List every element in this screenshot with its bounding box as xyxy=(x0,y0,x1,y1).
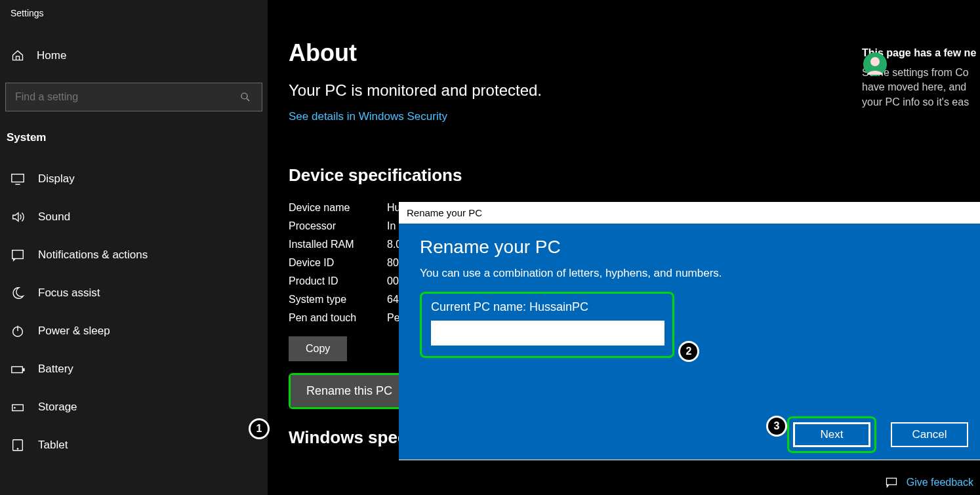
nav-tablet[interactable]: Tablet xyxy=(5,426,262,464)
app-title: Settings xyxy=(5,8,262,18)
spec-label: Processor xyxy=(289,220,387,232)
tablet-icon xyxy=(10,438,25,452)
avatar-image xyxy=(862,51,888,77)
nav-storage[interactable]: Storage xyxy=(5,388,262,426)
storage-icon xyxy=(10,400,25,414)
search-icon xyxy=(238,90,253,104)
home-icon xyxy=(10,49,25,63)
nav-battery[interactable]: Battery xyxy=(5,350,262,388)
annotation-step-3: 3 xyxy=(766,416,787,437)
spec-label: Product ID xyxy=(289,275,387,287)
search-field[interactable] xyxy=(15,91,217,103)
notifications-icon xyxy=(10,248,25,262)
nav-label: Focus assist xyxy=(38,287,100,300)
spec-label: Installed RAM xyxy=(289,239,387,250)
nav-home-label: Home xyxy=(37,49,66,62)
copy-button[interactable]: Copy xyxy=(289,336,347,361)
svg-point-14 xyxy=(870,57,880,66)
spec-label: System type xyxy=(289,294,387,306)
spec-value: 00 xyxy=(387,275,399,287)
device-spec-heading: Device specifications xyxy=(289,165,980,186)
next-highlight: Next xyxy=(787,416,876,453)
svg-point-12 xyxy=(17,448,18,450)
current-pc-name-label: Current PC name: HussainPC xyxy=(431,300,663,314)
svg-point-0 xyxy=(241,93,247,99)
svg-rect-8 xyxy=(23,368,24,371)
svg-rect-4 xyxy=(12,250,24,259)
display-icon xyxy=(10,172,25,186)
rename-highlight: Rename this PC xyxy=(289,373,410,409)
nav-label: Notifications & actions xyxy=(38,248,148,262)
settings-sidebar: Settings Home System Display Sound Notif… xyxy=(0,0,268,495)
search-input[interactable] xyxy=(5,83,262,111)
security-link[interactable]: See details in Windows Security xyxy=(289,110,447,123)
battery-icon xyxy=(10,362,25,376)
feedback-icon xyxy=(884,475,899,490)
pc-name-input[interactable] xyxy=(431,321,664,346)
nav-label: Power & sleep xyxy=(38,325,110,338)
nav-label: Tablet xyxy=(38,439,68,452)
svg-point-10 xyxy=(14,407,16,408)
svg-rect-7 xyxy=(12,366,23,372)
rename-pc-button[interactable]: Rename this PC xyxy=(291,375,408,407)
svg-rect-15 xyxy=(886,478,896,485)
nav-label: Storage xyxy=(38,401,77,414)
give-feedback-link[interactable]: Give feedback xyxy=(907,477,973,488)
spec-label: Device name xyxy=(289,202,387,214)
moon-icon xyxy=(10,286,25,300)
nav-label: Sound xyxy=(38,210,70,224)
rename-pc-dialog: Rename your PC Rename your PC You can us… xyxy=(399,202,980,460)
annotation-step-1: 1 xyxy=(249,418,270,439)
power-icon xyxy=(10,324,25,338)
spec-value: 64 xyxy=(387,294,399,306)
nav-focus-assist[interactable]: Focus assist xyxy=(5,274,262,312)
rename-input-highlight: Current PC name: HussainPC xyxy=(420,292,674,358)
spec-value: Pe xyxy=(387,312,400,324)
dialog-buttons: Next Cancel xyxy=(787,416,968,453)
svg-line-1 xyxy=(247,98,249,101)
nav-home[interactable]: Home xyxy=(5,45,262,67)
nav-label: Battery xyxy=(38,363,73,376)
spec-value: In xyxy=(387,220,396,232)
nav-display[interactable]: Display xyxy=(5,160,262,198)
dialog-heading: Rename your PC xyxy=(420,237,959,258)
dialog-window-title: Rename your PC xyxy=(399,202,980,224)
dialog-subtext: You can use a combination of letters, hy… xyxy=(420,267,959,280)
spec-label: Pen and touch xyxy=(289,312,387,324)
spec-label: Device ID xyxy=(289,257,387,269)
next-button[interactable]: Next xyxy=(793,422,870,447)
sound-icon xyxy=(10,210,25,224)
nav-notifications[interactable]: Notifications & actions xyxy=(5,236,262,274)
section-system: System xyxy=(5,127,262,160)
svg-rect-2 xyxy=(12,174,24,182)
feedback-area: Give feedback xyxy=(884,475,973,490)
spec-value: 80 xyxy=(387,257,399,269)
annotation-step-2: 2 xyxy=(678,341,699,362)
cancel-button[interactable]: Cancel xyxy=(891,422,968,447)
nav-label: Display xyxy=(38,172,75,186)
nav-sound[interactable]: Sound xyxy=(5,198,262,236)
nav-power-sleep[interactable]: Power & sleep xyxy=(5,312,262,350)
